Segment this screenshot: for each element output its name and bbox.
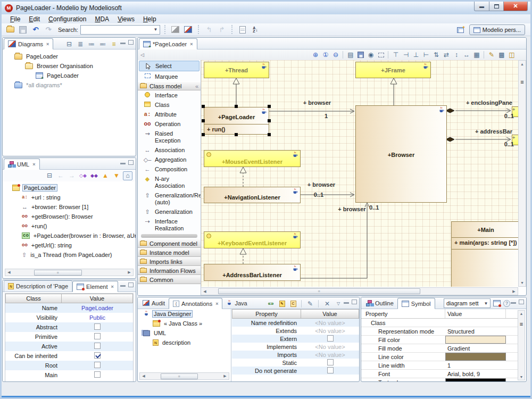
overview-icon[interactable]: ◫ [507,51,517,60]
tree-item-java-class[interactable]: « Java Class » [138,319,231,328]
text-color-swatch[interactable] [445,378,506,381]
property-row-main[interactable]: Main [5,370,133,380]
property-row-primitive[interactable]: Primitive [5,332,133,342]
move-up-icon[interactable]: ▲ [101,171,110,180]
selection-handle[interactable] [202,133,205,136]
main-checkbox[interactable] [94,371,101,378]
tab-uml[interactable]: UML × [4,159,40,170]
class-thread[interactable]: +Thread [204,62,269,78]
align-top-icon[interactable]: ⊤ [391,51,401,60]
column-header-property[interactable]: Property [232,309,301,319]
home-icon[interactable]: ⌂ [123,171,132,180]
edit-icon[interactable]: ✎ [305,299,315,308]
menu-mda[interactable]: MDA [90,15,113,23]
property-row-name[interactable]: NamePageLoader [5,303,133,313]
column-header-property[interactable]: Property [361,309,445,318]
add-stereotype-icon[interactable]: «» [266,299,276,308]
add-note-icon[interactable]: ✎ [277,299,287,308]
zoom-reset-icon[interactable]: ① [321,51,330,60]
menu-edit[interactable]: Edit [24,15,44,23]
tab-audit[interactable]: Audit [139,297,169,309]
nav-up-right-button[interactable]: ↱ [217,24,227,35]
column-header-value[interactable]: Value [62,294,133,303]
pin-icon[interactable]: « [195,83,201,89]
maximize-button[interactable] [489,2,504,11]
search-dropdown-icon[interactable]: ▼ [152,26,160,34]
palette-item-generalization[interactable]: ⇧Generalization [138,207,201,217]
tab-symbol[interactable]: Symbol [397,298,435,309]
palette-section-instance-model[interactable]: Instance model [138,248,201,257]
canvas-vscrollbar[interactable]: ▲ ≡ ▼ [518,60,526,287]
property-row-active[interactable]: Active [5,342,133,351]
uml-item-operation[interactable]: oo+run() [3,221,136,231]
align-left-icon[interactable]: ⊣ [401,51,411,60]
column-header-class[interactable]: Class [5,294,62,303]
multiplicity-label[interactable]: 1 [325,113,328,119]
distribute-horizontal-icon[interactable]: ⇄ [442,51,451,60]
uml-item-generalization[interactable]: ⇧is_a Thread (from PageLoader) [3,250,136,260]
interface-mouseeventlistener[interactable]: +MouseEventListener [204,150,301,167]
uml-item-constructor[interactable]: co+PageLoader(browser in : Browser, aUrl [3,231,136,240]
palette-item-generalization-auto[interactable]: ⇧Generalization/Realization (auto) [138,190,201,207]
add-constraint-icon[interactable]: C [288,299,298,308]
palette-item-nary-association[interactable]: ◆N-ary Association [138,174,201,190]
minimize-panel-icon[interactable] [511,300,516,304]
class-addressbarlistener[interactable]: +AddressBarListener [204,264,301,281]
annotations-tree-hscrollbar[interactable]: ◀≡▶ [139,372,229,380]
maximize-panel-icon[interactable] [352,300,357,304]
multiplicity-label[interactable]: 0..1 [369,204,379,211]
property-row-do-not-generate[interactable]: Do not generate [232,367,359,375]
delete-icon[interactable]: ✕ [322,299,332,308]
property-row-root[interactable]: Root [5,361,133,370]
uml-item-operation[interactable]: oo+getBrowser(): Browser [3,212,136,221]
diagram-canvas[interactable]: +Thread +JFrame +PageLoader + run() +Mou… [201,60,519,287]
column-header-value[interactable]: Value [445,309,506,318]
class-main[interactable]: +Main + main(args: string [*]) [451,221,519,287]
property-row-extern[interactable]: Extern [232,335,359,343]
tab-close-icon[interactable]: × [46,41,49,47]
tree-item-pageloader-diagram[interactable]: PageLoader [3,71,136,80]
property-row-implements[interactable]: Implements<No value> [232,343,359,351]
menu-file[interactable]: File [6,15,24,23]
multiplicity-label[interactable]: 0..1 [498,141,514,147]
maximize-panel-icon[interactable] [128,160,134,165]
multiplicity-label[interactable]: 0..1 [498,113,514,119]
can-be-inherited-checkbox[interactable] [94,352,101,359]
print-icon[interactable]: ▤ [346,51,355,60]
do-not-generate-checkbox[interactable] [327,367,334,373]
sub-class-icon[interactable]: ◆◆ [89,171,99,180]
minimize-panel-icon[interactable] [120,40,126,44]
nav-up-left-button[interactable]: ↰ [204,24,214,35]
symbol-row-fill-color[interactable]: Fill color [361,336,518,344]
symbol-row-class[interactable]: Class [361,319,518,327]
new-project-button[interactable] [5,24,15,35]
abstract-checkbox[interactable] [94,323,101,330]
report-button[interactable] [237,24,248,35]
selection-handle[interactable] [202,105,205,108]
extern-checkbox[interactable] [327,335,334,342]
primitive-checkbox[interactable] [94,333,101,339]
role-label-browser[interactable]: + browser [337,206,367,212]
symbol-row-line-color[interactable]: Line color [361,353,518,361]
multiplicity-label[interactable]: 0..1 [311,192,327,198]
symbol-row-representation-mode[interactable]: Representation modeStructured [361,327,518,336]
maximize-panel-icon[interactable] [128,282,134,287]
class-navigationlistener[interactable]: +NavigationListener [204,187,301,203]
property-row-static[interactable]: Static [232,359,359,367]
selection-handle[interactable] [202,119,205,122]
role-label-browser[interactable]: + browser [301,99,333,106]
maximize-panel-icon[interactable] [519,300,524,304]
uml-item-operation[interactable]: oo+getUrl(): string [3,240,136,250]
minimize-panel-icon[interactable] [344,300,349,304]
palette-select-tool[interactable]: Select [139,61,200,71]
uml-hscrollbar[interactable]: ◀≡▶ [5,269,134,276]
tab-close-icon[interactable]: × [32,162,35,167]
minimize-panel-icon[interactable] [120,282,126,287]
palette-section-component-model[interactable]: Component model [138,239,201,248]
sort-button[interactable]: AZ↓ [250,24,261,35]
zoom-out-icon[interactable]: ⊖ [331,51,340,60]
menu-configuration[interactable]: Configuration [44,15,90,23]
palette-item-association[interactable]: ↔Association [138,145,201,155]
collapse-palette-icon[interactable]: ◁ [140,52,144,57]
forward-icon[interactable]: → [67,171,77,180]
